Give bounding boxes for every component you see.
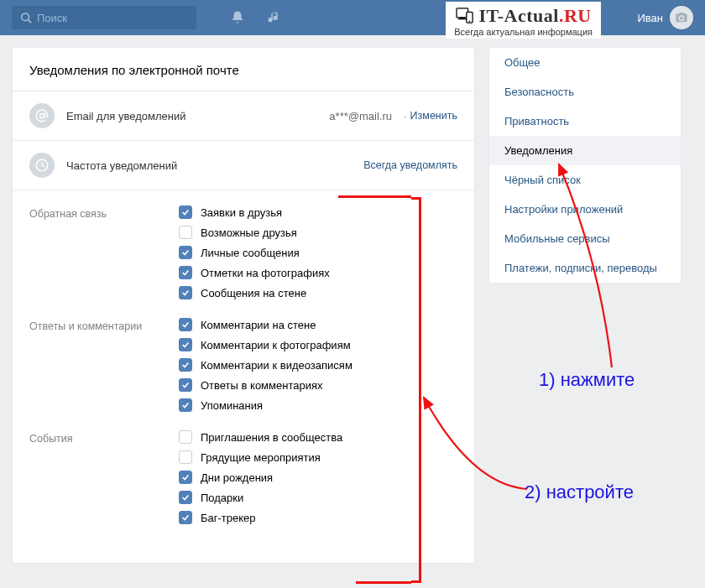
svg-point-5 (22, 13, 29, 21)
option-label: Сообщения на стене (201, 287, 306, 299)
search-icon (20, 12, 32, 23)
group-label: События (29, 430, 179, 524)
svg-point-4 (468, 21, 470, 23)
checkbox[interactable] (179, 318, 192, 331)
checkbox[interactable] (179, 450, 192, 464)
option-label: Комментарии на стене (201, 319, 316, 331)
sidebar-item[interactable]: Уведомления (489, 136, 681, 165)
checkbox-option[interactable]: Упоминания (179, 398, 352, 412)
option-label: Личные сообщения (201, 247, 300, 259)
option-label: Упоминания (201, 399, 263, 412)
sidebar-item[interactable]: Настройки приложений (489, 195, 681, 224)
option-label: Ответы в комментариях (201, 379, 322, 392)
group-label: Ответы и комментарии (29, 318, 179, 412)
sidebar-item[interactable]: Мобильные сервисы (489, 224, 681, 253)
checkbox-option[interactable]: Комментарии к видеозаписям (179, 358, 352, 372)
checkbox-option[interactable]: Заявки в друзья (179, 206, 330, 219)
checkbox-option[interactable]: Дни рождения (179, 471, 342, 484)
checkbox[interactable] (179, 511, 192, 524)
annotation-bracket-bottom (356, 581, 411, 584)
email-icon (29, 103, 55, 128)
sidebar-item[interactable]: Платежи, подписки, переводы (489, 253, 681, 283)
camera-icon (675, 11, 688, 24)
checkbox-option[interactable]: Отметки на фотографиях (179, 266, 330, 279)
email-row: Email для уведомлений a***@mail.ru · Изм… (13, 91, 474, 140)
checkbox-option[interactable]: Возможные друзья (179, 226, 330, 239)
music-icon[interactable] (267, 10, 282, 25)
frequency-row: Частота уведомлений Всегда уведомлять (13, 140, 474, 190)
avatar (670, 6, 693, 29)
option-label: Баг-трекер (201, 512, 256, 524)
settings-sidebar: ОбщееБезопасностьПриватностьУведомленияЧ… (488, 47, 682, 284)
checkbox[interactable] (179, 286, 192, 299)
checkbox-option[interactable]: Ответы в комментариях (179, 378, 352, 392)
option-group: Ответы и комментарииКомментарии на стене… (29, 318, 457, 412)
monitor-phone-icon (456, 8, 474, 24)
sidebar-item[interactable]: Безопасность (489, 77, 681, 107)
notifications-icon[interactable] (230, 10, 245, 25)
option-label: Комментарии к фотографиям (201, 339, 351, 351)
checkbox[interactable] (179, 358, 192, 372)
frequency-label: Частота уведомлений (66, 159, 363, 172)
checkbox[interactable] (179, 378, 192, 392)
checkbox[interactable] (179, 471, 192, 484)
checkbox[interactable] (179, 398, 192, 412)
checkbox-option[interactable]: Подарки (179, 491, 342, 504)
search-input[interactable]: Поиск (12, 6, 196, 29)
frequency-action-link[interactable]: Всегда уведомлять (363, 159, 457, 171)
annotation-bracket (411, 197, 421, 583)
option-label: Подарки (201, 492, 243, 504)
settings-panel: Уведомления по электронной почте Email д… (12, 47, 475, 564)
option-label: Дни рождения (201, 471, 273, 484)
checkbox-option[interactable]: Сообщения на стене (179, 286, 330, 299)
checkbox[interactable] (179, 430, 192, 444)
checkbox[interactable] (179, 338, 192, 351)
option-label: Грядущие мероприятия (201, 451, 321, 464)
watermark-logo: IT-Actual.RU Всегда актуальная информаци… (446, 2, 601, 39)
option-group: Обратная связьЗаявки в друзьяВозможные д… (29, 206, 457, 299)
checkbox[interactable] (179, 226, 192, 239)
sidebar-item[interactable]: Чёрный список (489, 165, 681, 195)
option-group: СобытияПриглашения в сообществаГрядущие … (29, 430, 457, 524)
svg-rect-2 (457, 18, 466, 19)
option-label: Отметки на фотографиях (201, 267, 330, 279)
svg-rect-1 (459, 18, 464, 18)
sidebar-item[interactable]: Общее (489, 48, 681, 77)
annotation-bracket-top (338, 195, 411, 198)
email-value: a***@mail.ru (329, 110, 392, 122)
option-label: Комментарии к видеозаписям (201, 359, 352, 372)
option-label: Возможные друзья (201, 226, 297, 239)
checkbox[interactable] (179, 491, 192, 504)
user-menu[interactable]: Иван (637, 6, 693, 29)
svg-line-6 (29, 20, 32, 23)
checkbox-option[interactable]: Приглашения в сообщества (179, 430, 342, 444)
email-label: Email для уведомлений (66, 110, 329, 122)
page-title: Уведомления по электронной почте (13, 48, 474, 91)
group-label: Обратная связь (29, 206, 179, 299)
checkbox[interactable] (179, 266, 192, 279)
option-label: Заявки в друзья (201, 206, 282, 219)
checkbox-option[interactable]: Грядущие мероприятия (179, 450, 342, 464)
clock-icon (29, 153, 55, 178)
checkbox[interactable] (179, 206, 192, 219)
change-email-link[interactable]: Изменить (410, 110, 457, 122)
checkbox-option[interactable]: Личные сообщения (179, 246, 330, 259)
checkbox-option[interactable]: Баг-трекер (179, 511, 342, 524)
sidebar-item[interactable]: Приватность (489, 107, 681, 136)
checkbox[interactable] (179, 246, 192, 259)
checkbox-option[interactable]: Комментарии к фотографиям (179, 338, 352, 351)
checkbox-option[interactable]: Комментарии на стене (179, 318, 352, 331)
option-label: Приглашения в сообщества (201, 431, 342, 444)
